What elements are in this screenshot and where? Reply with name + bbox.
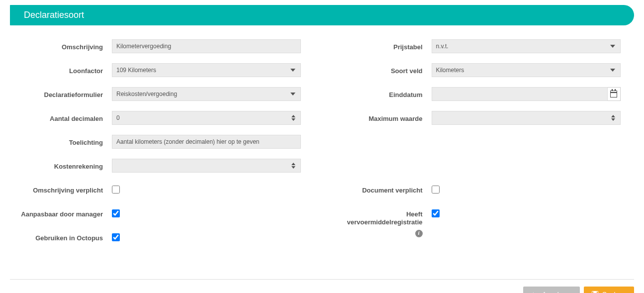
octopus-label: Gebruiken in Octopus (10, 230, 112, 242)
aanpasbaar-checkbox[interactable] (112, 209, 120, 217)
aantal-decimalen-label: Aantal decimalen (10, 111, 112, 123)
loonfactor-label: Loonfactor (10, 63, 112, 75)
save-icon (592, 291, 598, 293)
spinner-up-icon[interactable] (291, 115, 295, 117)
document-verplicht-label: Document verplicht (330, 183, 432, 195)
maximum-waarde-label: Maximum waarde (330, 111, 432, 123)
spinner-up-icon[interactable] (611, 115, 615, 117)
loonfactor-value: 109 Kilometers (116, 67, 156, 74)
spinner-down-icon[interactable] (611, 118, 615, 121)
declaratieformulier-value: Reiskosten/vergoeding (116, 91, 177, 98)
page-title: Declaratiesoort (24, 10, 84, 20)
omschrijving-verplicht-label: Omschrijving verplicht (10, 183, 112, 195)
left-column: Omschrijving Kilometervergoeding Loonfac… (10, 39, 315, 254)
declaratieformulier-select[interactable]: Reiskosten/vergoeding (112, 87, 301, 101)
save-button[interactable]: Opslaan (584, 287, 634, 293)
octopus-checkbox[interactable] (112, 233, 120, 241)
save-label: Opslaan (602, 291, 626, 293)
chevron-down-icon (290, 69, 295, 72)
chevron-down-icon (610, 69, 615, 72)
aanpasbaar-label: Aanpasbaar door manager (10, 206, 112, 218)
spinner-down-icon[interactable] (291, 118, 295, 121)
right-column: Prijstabel n.v.t. Soort veld Kilometers (330, 39, 635, 254)
vervoermiddel-checkbox[interactable] (432, 209, 440, 217)
omschrijving-input[interactable]: Kilometervergoeding (112, 39, 301, 53)
chevron-down-icon (610, 45, 615, 48)
aantal-decimalen-value: 0 (116, 114, 120, 121)
soort-veld-value: Kilometers (436, 67, 464, 74)
chevron-down-icon (290, 93, 295, 96)
prijstabel-label: Prijstabel (330, 39, 432, 51)
omschrijving-verplicht-checkbox[interactable] (112, 186, 120, 194)
toelichting-label: Toelichting (10, 135, 112, 147)
vervoermiddel-label: Heeft vervoermiddelregistratie i (330, 206, 432, 237)
prijstabel-select[interactable]: n.v.t. (432, 39, 621, 53)
actions-bar: Annuleren Opslaan (0, 287, 644, 293)
info-icon[interactable]: i (415, 230, 423, 237)
soort-veld-select[interactable]: Kilometers (432, 63, 621, 77)
omschrijving-value: Kilometervergoeding (116, 43, 171, 50)
omschrijving-label: Omschrijving (10, 39, 112, 51)
soort-veld-label: Soort veld (330, 63, 432, 75)
kostenrekening-spinner[interactable] (112, 159, 301, 173)
maximum-waarde-spinner[interactable] (432, 111, 621, 125)
kostenrekening-label: Kostenrekening (10, 159, 112, 171)
einddatum-picker-button[interactable] (608, 87, 621, 101)
calendar-icon (610, 91, 617, 98)
declaratieformulier-label: Declaratieformulier (10, 87, 112, 99)
spinner-up-icon[interactable] (291, 163, 295, 165)
form-area: Omschrijving Kilometervergoeding Loonfac… (0, 39, 644, 264)
spinner-down-icon[interactable] (291, 166, 295, 169)
aantal-decimalen-spinner[interactable]: 0 (112, 111, 301, 125)
toelichting-value: Aantal kilometers (zonder decimalen) hie… (116, 138, 259, 145)
document-verplicht-checkbox[interactable] (432, 186, 440, 194)
divider (10, 279, 634, 280)
loonfactor-select[interactable]: 109 Kilometers (112, 63, 301, 77)
prijstabel-value: n.v.t. (436, 43, 449, 50)
einddatum-input[interactable] (432, 87, 608, 101)
page-header: Declaratiesoort (10, 5, 634, 25)
cancel-button[interactable]: Annuleren (523, 287, 579, 293)
einddatum-label: Einddatum (330, 87, 432, 99)
cancel-label: Annuleren (542, 291, 571, 293)
toelichting-input[interactable]: Aantal kilometers (zonder decimalen) hie… (112, 135, 301, 149)
